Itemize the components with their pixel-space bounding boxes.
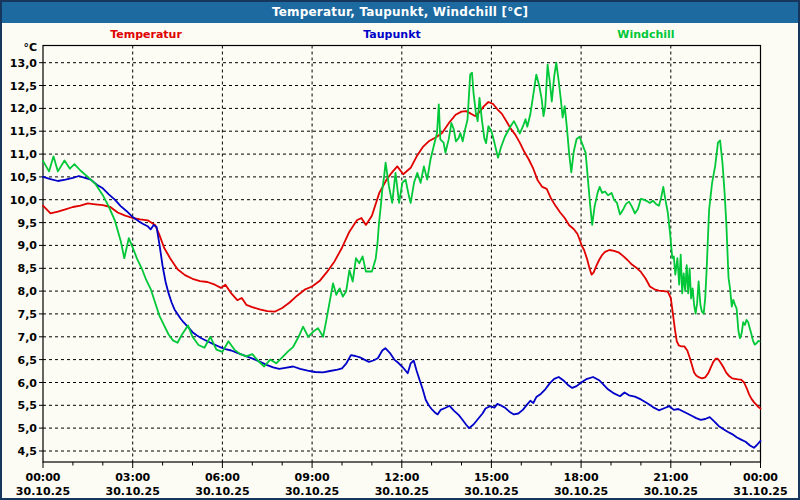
y-tick-label: 4,5 — [18, 445, 38, 458]
chart-plot-area: 13,012,512,011,511,010,510,09,59,08,58,0… — [2, 2, 800, 500]
y-tick-label: 8,0 — [18, 285, 38, 298]
x-tick-time: 18:00 — [564, 471, 599, 484]
y-tick-label: 6,0 — [18, 377, 38, 390]
x-tick-date: 30.10.25 — [16, 485, 70, 498]
x-tick-date: 30.10.25 — [285, 485, 339, 498]
x-tick-date: 30.10.25 — [644, 485, 698, 498]
x-tick-date: 30.10.25 — [464, 485, 518, 498]
x-tick-time: 12:00 — [384, 471, 419, 484]
y-tick-label: 7,5 — [18, 308, 38, 321]
y-tick-label: 10,5 — [10, 171, 37, 184]
x-tick-time: 15:00 — [474, 471, 509, 484]
y-tick-label: 11,0 — [10, 148, 37, 161]
y-tick-label: 9,5 — [18, 217, 38, 230]
x-tick-date: 30.10.25 — [375, 485, 429, 498]
y-tick-label: 7,0 — [18, 331, 38, 344]
x-tick-date: 30.10.25 — [554, 485, 608, 498]
y-tick-label: 10,0 — [10, 194, 37, 207]
y-tick-label: 12,0 — [10, 102, 37, 115]
y-tick-label: 8,5 — [18, 262, 38, 275]
y-tick-label: 11,5 — [10, 125, 37, 138]
y-axis-unit: °C — [23, 41, 37, 54]
x-tick-date: 31.10.25 — [733, 485, 787, 498]
x-tick-time: 21:00 — [653, 471, 688, 484]
y-tick-label: 5,0 — [18, 422, 38, 435]
y-tick-label: 9,0 — [18, 239, 38, 252]
x-tick-date: 30.10.25 — [195, 485, 249, 498]
x-tick-time: 00:00 — [25, 471, 60, 484]
y-tick-label: 5,5 — [18, 399, 38, 412]
x-tick-time: 00:00 — [743, 471, 778, 484]
x-tick-time: 09:00 — [295, 471, 330, 484]
x-tick-time: 03:00 — [115, 471, 150, 484]
y-tick-label: 13,0 — [10, 57, 37, 70]
x-tick-time: 06:00 — [205, 471, 240, 484]
x-tick-date: 30.10.25 — [106, 485, 160, 498]
y-tick-label: 12,5 — [10, 80, 37, 93]
weather-chart-window: Temperatur, Taupunkt, Windchill [°C] Tem… — [0, 0, 800, 500]
y-tick-label: 6,5 — [18, 354, 38, 367]
